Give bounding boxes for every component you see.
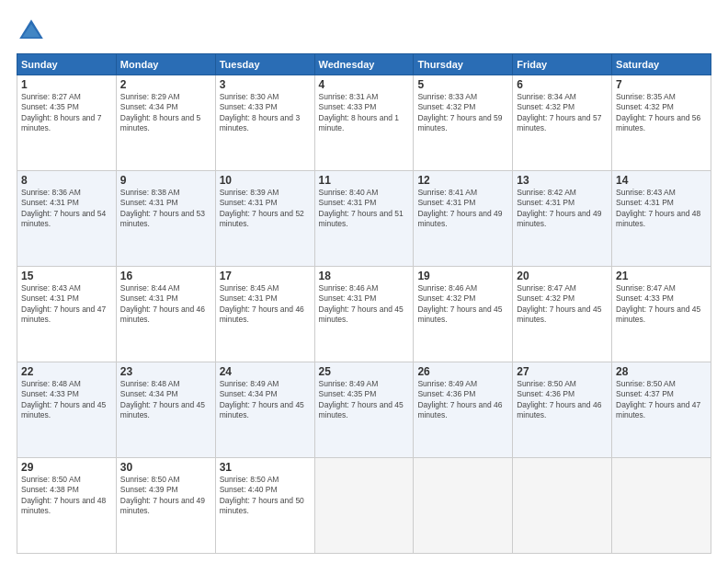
col-header-monday: Monday — [116, 54, 215, 75]
day-info: Sunrise: 8:34 AMSunset: 4:32 PMDaylight:… — [517, 92, 608, 134]
day-number: 31 — [220, 461, 311, 474]
day-number: 16 — [120, 270, 211, 282]
day-number: 1 — [21, 78, 112, 91]
table-row: 14Sunrise: 8:43 AMSunset: 4:31 PMDayligh… — [612, 171, 711, 267]
table-row: 16Sunrise: 8:44 AMSunset: 4:31 PMDayligh… — [116, 267, 215, 362]
day-number: 2 — [120, 78, 211, 91]
col-header-friday: Friday — [513, 54, 612, 75]
day-number: 6 — [517, 78, 608, 91]
day-info: Sunrise: 8:50 AMSunset: 4:37 PMDaylight:… — [616, 379, 707, 421]
day-number: 15 — [21, 270, 112, 282]
header — [17, 17, 711, 46]
day-info: Sunrise: 8:50 AMSunset: 4:38 PMDaylight:… — [21, 475, 112, 517]
table-row: 11Sunrise: 8:40 AMSunset: 4:31 PMDayligh… — [314, 171, 414, 267]
table-row: 26Sunrise: 8:49 AMSunset: 4:36 PMDayligh… — [414, 362, 513, 458]
day-number: 23 — [120, 365, 211, 378]
day-number: 14 — [616, 174, 707, 187]
table-row: 13Sunrise: 8:42 AMSunset: 4:31 PMDayligh… — [513, 171, 612, 267]
day-info: Sunrise: 8:33 AMSunset: 4:32 PMDaylight:… — [417, 92, 508, 134]
table-row: 24Sunrise: 8:49 AMSunset: 4:34 PMDayligh… — [215, 362, 314, 458]
table-row — [513, 458, 612, 554]
table-row: 30Sunrise: 8:50 AMSunset: 4:39 PMDayligh… — [116, 458, 215, 554]
day-info: Sunrise: 8:38 AMSunset: 4:31 PMDaylight:… — [120, 188, 211, 230]
table-row: 19Sunrise: 8:46 AMSunset: 4:32 PMDayligh… — [414, 267, 513, 362]
page: SundayMondayTuesdayWednesdayThursdayFrid… — [0, 0, 728, 563]
table-row: 18Sunrise: 8:46 AMSunset: 4:31 PMDayligh… — [314, 267, 414, 362]
col-header-tuesday: Tuesday — [215, 54, 314, 75]
day-info: Sunrise: 8:40 AMSunset: 4:31 PMDaylight:… — [319, 188, 410, 230]
day-info: Sunrise: 8:41 AMSunset: 4:31 PMDaylight:… — [417, 188, 508, 230]
day-info: Sunrise: 8:48 AMSunset: 4:33 PMDaylight:… — [21, 379, 112, 421]
day-number: 21 — [616, 270, 707, 282]
col-header-saturday: Saturday — [612, 54, 711, 75]
table-row — [314, 458, 414, 554]
col-header-thursday: Thursday — [414, 54, 513, 75]
table-row: 23Sunrise: 8:48 AMSunset: 4:34 PMDayligh… — [116, 362, 215, 458]
table-row: 27Sunrise: 8:50 AMSunset: 4:36 PMDayligh… — [513, 362, 612, 458]
day-number: 30 — [120, 461, 211, 474]
day-info: Sunrise: 8:48 AMSunset: 4:34 PMDaylight:… — [120, 379, 211, 421]
day-number: 5 — [417, 78, 508, 91]
day-number: 29 — [21, 461, 112, 474]
table-row: 22Sunrise: 8:48 AMSunset: 4:33 PMDayligh… — [17, 362, 117, 458]
day-info: Sunrise: 8:31 AMSunset: 4:33 PMDaylight:… — [319, 92, 410, 134]
table-row: 29Sunrise: 8:50 AMSunset: 4:38 PMDayligh… — [17, 458, 117, 554]
day-info: Sunrise: 8:42 AMSunset: 4:31 PMDaylight:… — [517, 188, 608, 230]
day-info: Sunrise: 8:29 AMSunset: 4:34 PMDaylight:… — [120, 92, 211, 134]
day-info: Sunrise: 8:27 AMSunset: 4:35 PMDaylight:… — [21, 92, 112, 134]
day-info: Sunrise: 8:43 AMSunset: 4:31 PMDaylight:… — [21, 283, 112, 326]
table-row: 21Sunrise: 8:47 AMSunset: 4:33 PMDayligh… — [612, 267, 711, 362]
day-number: 18 — [319, 270, 410, 282]
day-number: 7 — [616, 78, 707, 91]
day-number: 20 — [517, 270, 608, 282]
day-number: 17 — [220, 270, 311, 282]
logo-icon — [17, 17, 46, 46]
col-header-wednesday: Wednesday — [314, 54, 414, 75]
day-info: Sunrise: 8:35 AMSunset: 4:32 PMDaylight:… — [616, 92, 707, 134]
day-info: Sunrise: 8:50 AMSunset: 4:40 PMDaylight:… — [220, 475, 311, 517]
table-row: 17Sunrise: 8:45 AMSunset: 4:31 PMDayligh… — [215, 267, 314, 362]
day-number: 3 — [220, 78, 311, 91]
table-row — [414, 458, 513, 554]
table-row: 12Sunrise: 8:41 AMSunset: 4:31 PMDayligh… — [414, 171, 513, 267]
day-info: Sunrise: 8:44 AMSunset: 4:31 PMDaylight:… — [120, 283, 211, 326]
table-row: 15Sunrise: 8:43 AMSunset: 4:31 PMDayligh… — [17, 267, 117, 362]
table-row: 31Sunrise: 8:50 AMSunset: 4:40 PMDayligh… — [215, 458, 314, 554]
calendar-table: SundayMondayTuesdayWednesdayThursdayFrid… — [17, 53, 711, 554]
table-row: 9Sunrise: 8:38 AMSunset: 4:31 PMDaylight… — [116, 171, 215, 267]
day-number: 24 — [220, 365, 311, 378]
day-number: 12 — [417, 174, 508, 187]
table-row: 10Sunrise: 8:39 AMSunset: 4:31 PMDayligh… — [215, 171, 314, 267]
day-number: 9 — [120, 174, 211, 187]
day-number: 13 — [517, 174, 608, 187]
table-row: 2Sunrise: 8:29 AMSunset: 4:34 PMDaylight… — [116, 75, 215, 171]
day-info: Sunrise: 8:49 AMSunset: 4:36 PMDaylight:… — [417, 379, 508, 421]
day-info: Sunrise: 8:50 AMSunset: 4:36 PMDaylight:… — [517, 379, 608, 421]
day-number: 4 — [319, 78, 410, 91]
day-info: Sunrise: 8:45 AMSunset: 4:31 PMDaylight:… — [220, 283, 311, 326]
day-number: 22 — [21, 365, 112, 378]
day-info: Sunrise: 8:46 AMSunset: 4:32 PMDaylight:… — [417, 283, 508, 326]
day-number: 10 — [220, 174, 311, 187]
day-info: Sunrise: 8:49 AMSunset: 4:35 PMDaylight:… — [319, 379, 410, 421]
day-number: 25 — [319, 365, 410, 378]
day-info: Sunrise: 8:30 AMSunset: 4:33 PMDaylight:… — [220, 92, 311, 134]
day-info: Sunrise: 8:50 AMSunset: 4:39 PMDaylight:… — [120, 475, 211, 517]
col-header-sunday: Sunday — [17, 54, 117, 75]
table-row: 1Sunrise: 8:27 AMSunset: 4:35 PMDaylight… — [17, 75, 117, 171]
day-info: Sunrise: 8:49 AMSunset: 4:34 PMDaylight:… — [220, 379, 311, 421]
table-row: 7Sunrise: 8:35 AMSunset: 4:32 PMDaylight… — [612, 75, 711, 171]
table-row: 5Sunrise: 8:33 AMSunset: 4:32 PMDaylight… — [414, 75, 513, 171]
table-row — [612, 458, 711, 554]
logo — [17, 17, 50, 46]
table-row: 28Sunrise: 8:50 AMSunset: 4:37 PMDayligh… — [612, 362, 711, 458]
day-number: 27 — [517, 365, 608, 378]
table-row: 4Sunrise: 8:31 AMSunset: 4:33 PMDaylight… — [314, 75, 414, 171]
table-row: 3Sunrise: 8:30 AMSunset: 4:33 PMDaylight… — [215, 75, 314, 171]
day-number: 26 — [417, 365, 508, 378]
day-info: Sunrise: 8:36 AMSunset: 4:31 PMDaylight:… — [21, 188, 112, 230]
day-info: Sunrise: 8:43 AMSunset: 4:31 PMDaylight:… — [616, 188, 707, 230]
day-number: 8 — [21, 174, 112, 187]
day-info: Sunrise: 8:39 AMSunset: 4:31 PMDaylight:… — [220, 188, 311, 230]
table-row: 8Sunrise: 8:36 AMSunset: 4:31 PMDaylight… — [17, 171, 117, 267]
